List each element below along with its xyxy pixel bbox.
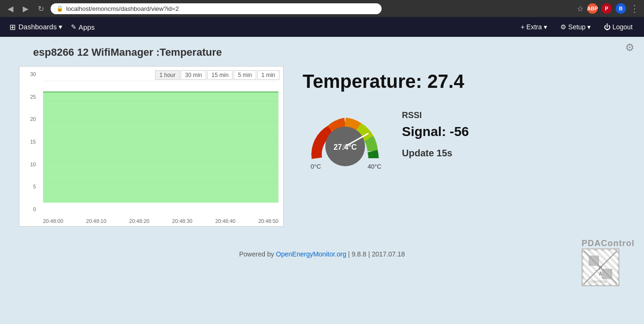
y-label-5: 5 bbox=[19, 184, 38, 189]
back-button[interactable]: ◀ bbox=[5, 3, 16, 14]
svg-text:0°C: 0°C bbox=[311, 163, 321, 170]
extra-menu-button[interactable]: + Extra ▾ bbox=[515, 21, 553, 33]
main-content: esp8266 12 WifiManager :Temperature 1 ho… bbox=[0, 37, 644, 324]
pinterest-extension[interactable]: P bbox=[601, 3, 612, 14]
nav-right: + Extra ▾ ⚙ Setup ▾ ⏻ Logout bbox=[515, 21, 638, 33]
dashboards-label: Dashboards ▾ bbox=[18, 23, 62, 31]
footer-date: 2017.07.18 bbox=[372, 250, 405, 258]
svg-rect-18 bbox=[602, 269, 612, 279]
svg-text:CONTROL: CONTROL bbox=[589, 280, 608, 284]
temperature-chart: 1 hour 30 min 15 min 5 min 1 min 0 5 10 … bbox=[19, 66, 284, 227]
browser-chrome: ◀ ▶ ↻ 🔒 localhost/emoncms/dashboard/view… bbox=[0, 0, 644, 17]
right-panel: Temperature: 27.4 bbox=[303, 66, 469, 172]
x-label-2: 20:48:20 bbox=[129, 218, 149, 224]
pencil-icon: ✎ bbox=[71, 23, 77, 31]
footer-separator-1: | bbox=[348, 250, 352, 258]
rssi-signal: Signal: -56 bbox=[402, 124, 469, 139]
y-label-30: 30 bbox=[19, 71, 38, 77]
time-btn-5min[interactable]: 5 min bbox=[234, 70, 256, 80]
page-title: esp8266 12 WifiManager :Temperature bbox=[33, 46, 625, 59]
apps-label: Apps bbox=[78, 23, 95, 31]
abp-extension[interactable]: ABP bbox=[587, 3, 598, 14]
y-label-0: 0 bbox=[19, 206, 38, 212]
gauge-wrapper: 27.4°C 0°C 40°C bbox=[303, 97, 388, 172]
setup-menu-button[interactable]: ⚙ Setup ▾ bbox=[555, 21, 596, 33]
svg-text:P: P bbox=[599, 265, 602, 271]
pda-brand-text: PDAControl bbox=[582, 239, 635, 248]
svg-text:27.4°C: 27.4°C bbox=[333, 143, 357, 151]
time-btn-1min[interactable]: 1 min bbox=[257, 70, 279, 80]
x-label-0: 20:48:00 bbox=[43, 218, 63, 224]
pda-logo-image: P A CONTROL bbox=[582, 248, 619, 286]
dashboards-menu[interactable]: ⊞ Dashboards ▾ bbox=[6, 23, 66, 32]
svg-marker-7 bbox=[43, 92, 278, 203]
oemorg-link[interactable]: OpenEnergyMonitor.org bbox=[276, 250, 347, 258]
browser-menu-icon[interactable]: ⋮ bbox=[630, 3, 639, 14]
url-bar[interactable]: 🔒 localhost/emoncms/dashboard/view?id=2 bbox=[51, 3, 382, 14]
x-label-3: 20:48:30 bbox=[172, 218, 192, 224]
y-label-20: 20 bbox=[19, 116, 38, 122]
rssi-update: Update 15s bbox=[402, 148, 469, 159]
time-btn-30min[interactable]: 30 min bbox=[181, 70, 206, 80]
svg-text:A: A bbox=[599, 271, 602, 276]
apps-nav[interactable]: ✎ Apps bbox=[66, 23, 99, 31]
forward-button[interactable]: ▶ bbox=[20, 3, 31, 14]
footer: Powered by OpenEnergyMonitor.org | 9.8.8… bbox=[19, 241, 625, 267]
x-label-1: 20:48:10 bbox=[86, 218, 106, 224]
gauge-container: 27.4°C 0°C 40°C RSSI Signal: -56 Update … bbox=[303, 97, 469, 172]
y-label-15: 15 bbox=[19, 139, 38, 145]
lock-icon: 🔒 bbox=[56, 5, 63, 12]
powered-by-text: Powered by bbox=[239, 250, 274, 258]
rssi-info: RSSI Signal: -56 Update 15s bbox=[402, 111, 469, 159]
bitwarden-extension[interactable]: B bbox=[616, 3, 626, 14]
chart-x-axis: 20:48:00 20:48:10 20:48:20 20:48:30 20:4… bbox=[43, 218, 278, 224]
chart-svg bbox=[43, 81, 278, 203]
star-icon[interactable]: ☆ bbox=[577, 4, 583, 13]
grid-icon: ⊞ bbox=[9, 23, 16, 32]
reload-button[interactable]: ↻ bbox=[35, 3, 47, 14]
pda-logo-svg: P A CONTROL bbox=[584, 251, 617, 284]
y-label-25: 25 bbox=[19, 94, 38, 100]
svg-text:40°C: 40°C bbox=[367, 163, 381, 170]
rssi-label: RSSI bbox=[402, 111, 469, 120]
pda-logo: PDAControl P A CONTROL bbox=[582, 239, 635, 286]
time-btn-15min[interactable]: 15 min bbox=[207, 70, 233, 80]
gauge-svg: 27.4°C 0°C 40°C bbox=[303, 97, 388, 172]
svg-rect-17 bbox=[589, 256, 599, 266]
y-label-10: 10 bbox=[19, 162, 38, 167]
logout-button[interactable]: ⏻ Logout bbox=[598, 21, 638, 33]
x-label-5: 20:48:50 bbox=[258, 218, 278, 224]
dashboard-row: 1 hour 30 min 15 min 5 min 1 min 0 5 10 … bbox=[19, 66, 625, 227]
x-label-4: 20:48:40 bbox=[215, 218, 235, 224]
footer-version: 9.8.8 bbox=[352, 250, 366, 258]
url-text: localhost/emoncms/dashboard/view?id=2 bbox=[66, 5, 179, 12]
temperature-display: Temperature: 27.4 bbox=[303, 71, 464, 92]
chart-y-axis: 0 5 10 15 20 25 30 bbox=[19, 71, 38, 212]
time-btn-1hour[interactable]: 1 hour bbox=[155, 70, 180, 80]
browser-actions: ☆ ABP P B ⋮ bbox=[577, 3, 639, 14]
nav-bar: ⊞ Dashboards ▾ ✎ Apps + Extra ▾ ⚙ Setup … bbox=[0, 17, 644, 37]
chart-area bbox=[43, 81, 278, 203]
settings-gear-icon[interactable]: ⚙ bbox=[625, 42, 635, 54]
chart-time-buttons: 1 hour 30 min 15 min 5 min 1 min bbox=[155, 70, 279, 80]
